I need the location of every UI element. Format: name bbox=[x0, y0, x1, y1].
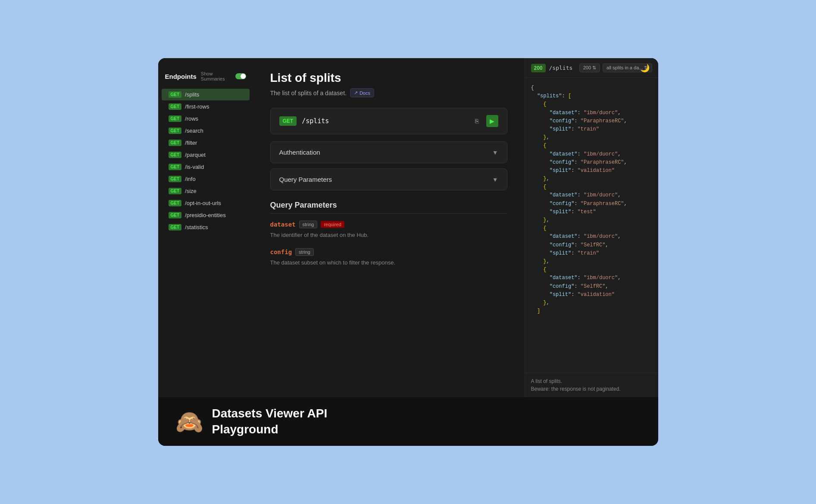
sidebar-title: Endpoints bbox=[165, 73, 197, 80]
sidebar-item-splits[interactable]: GET /splits bbox=[162, 89, 250, 100]
sidebar-item-presidio-entities[interactable]: GET /presidio-entities bbox=[162, 209, 250, 221]
param-name-dataset: dataset bbox=[270, 221, 296, 228]
get-badge: GET bbox=[169, 128, 182, 134]
endpoint-path: /search bbox=[185, 128, 203, 134]
endpoint-path: /splits bbox=[185, 91, 199, 98]
param-type-dataset: string bbox=[299, 221, 318, 228]
query-parameters-section: Query Parameters dataset string required… bbox=[270, 201, 507, 267]
get-badge: GET bbox=[169, 212, 182, 218]
query-parameters-label: Query Parameters bbox=[279, 176, 332, 183]
query-parameters-section-title: Query Parameters bbox=[270, 201, 507, 214]
get-badge: GET bbox=[169, 140, 182, 146]
request-path: /splits bbox=[302, 117, 329, 125]
endpoint-path: /first-rows bbox=[185, 103, 209, 110]
response-path: /splits bbox=[549, 65, 573, 71]
main-layout: Endpoints Show Summaries GET /splits GET… bbox=[158, 58, 658, 397]
emoji-logo: 🙈 bbox=[175, 411, 203, 433]
authentication-label: Authentication bbox=[279, 149, 320, 156]
endpoint-path: /rows bbox=[185, 115, 198, 122]
sidebar-item-statistics[interactable]: GET /statistics bbox=[162, 221, 250, 233]
bottom-banner: 🙈 Datasets Viewer API Playground bbox=[158, 397, 658, 446]
endpoint-path: /statistics bbox=[185, 224, 208, 230]
show-summaries-label: Show Summaries bbox=[201, 71, 233, 81]
param-required-badge: required bbox=[321, 221, 344, 228]
param-block-dataset: dataset string required The identifier o… bbox=[270, 221, 507, 240]
param-block-config: config string The dataset subset on whic… bbox=[270, 248, 507, 267]
code-panel: { "splits": [ { "dataset": "ibm/duorc", … bbox=[525, 78, 658, 373]
query-parameters-accordion-header[interactable]: Query Parameters ▼ bbox=[271, 169, 507, 190]
param-name-config: config bbox=[270, 249, 292, 255]
sidebar-item-opt-in-out-urls[interactable]: GET /opt-in-out-urls bbox=[162, 197, 250, 209]
chevron-down-icon: ▼ bbox=[492, 176, 498, 183]
page-subtitle: The list of splits of a dataset. ↗ Docs bbox=[270, 88, 507, 97]
docs-icon: ↗ bbox=[354, 90, 358, 96]
param-header-config: config string bbox=[270, 248, 507, 256]
get-badge: GET bbox=[169, 188, 182, 194]
get-badge: GET bbox=[169, 176, 182, 182]
show-summaries: Show Summaries bbox=[201, 71, 246, 81]
show-summaries-toggle[interactable] bbox=[235, 73, 246, 79]
response-footer: A list of splits. Beware: the response i… bbox=[525, 373, 658, 397]
copy-button[interactable]: ⎘ bbox=[471, 115, 483, 127]
authentication-accordion-header[interactable]: Authentication ▼ bbox=[271, 142, 507, 163]
request-method-badge: GET bbox=[279, 116, 297, 126]
get-badge: GET bbox=[169, 152, 182, 158]
get-badge: GET bbox=[169, 164, 182, 170]
banner-text-block: Datasets Viewer API Playground bbox=[212, 406, 328, 437]
footer-line-2: Beware: the response is not paginated. bbox=[531, 385, 652, 393]
endpoint-path: /filter bbox=[185, 140, 197, 146]
run-button[interactable]: ▶ bbox=[486, 115, 498, 127]
sidebar-item-first-rows[interactable]: GET /first-rows bbox=[162, 101, 250, 112]
sidebar-item-search[interactable]: GET /search bbox=[162, 125, 250, 137]
param-type-config: string bbox=[295, 248, 314, 256]
get-badge: GET bbox=[169, 103, 182, 110]
endpoint-path: /info bbox=[185, 176, 196, 182]
sidebar-item-info[interactable]: GET /info bbox=[162, 173, 250, 185]
status-badge: 200 bbox=[531, 64, 546, 72]
footer-line-1: A list of splits. bbox=[531, 377, 652, 385]
banner-title-line1: Datasets Viewer API bbox=[212, 406, 328, 421]
param-header-dataset: dataset string required bbox=[270, 221, 507, 228]
docs-badge[interactable]: ↗ Docs bbox=[350, 88, 374, 97]
sidebar-item-parquet[interactable]: GET /parquet bbox=[162, 149, 250, 161]
request-bar: GET /splits ⎘ ▶ bbox=[270, 108, 507, 134]
subtitle-text: The list of splits of a dataset. bbox=[270, 90, 347, 96]
chevron-down-icon: ▼ bbox=[492, 149, 498, 156]
get-badge: GET bbox=[169, 115, 182, 122]
endpoint-path: /presidio-entities bbox=[185, 212, 226, 218]
main-content: List of splits The list of splits of a d… bbox=[253, 58, 525, 397]
param-desc-config: The dataset subset on which to filter th… bbox=[270, 258, 507, 267]
sidebar-item-is-valid[interactable]: GET /is-valid bbox=[162, 161, 250, 173]
moon-icon[interactable]: 🌙 bbox=[640, 63, 650, 73]
authentication-accordion: Authentication ▼ bbox=[270, 141, 507, 163]
param-desc-dataset: The identifier of the dataset on the Hub… bbox=[270, 231, 507, 240]
get-badge: GET bbox=[169, 224, 182, 230]
right-panel: 200 /splits 200 ⇅ all splits in a da... … bbox=[525, 58, 658, 397]
get-badge: GET bbox=[169, 91, 182, 98]
sidebar-item-size[interactable]: GET /size bbox=[162, 185, 250, 197]
endpoint-path: /is-valid bbox=[185, 164, 204, 170]
endpoint-path: /size bbox=[185, 188, 197, 194]
docs-label: Docs bbox=[360, 90, 370, 96]
sidebar: Endpoints Show Summaries GET /splits GET… bbox=[158, 58, 253, 397]
request-left: GET /splits bbox=[279, 116, 329, 126]
sidebar-item-filter[interactable]: GET /filter bbox=[162, 137, 250, 149]
page-title: List of splits bbox=[270, 71, 507, 85]
query-parameters-accordion: Query Parameters ▼ bbox=[270, 168, 507, 190]
endpoint-path: /parquet bbox=[185, 152, 206, 158]
sidebar-item-rows[interactable]: GET /rows bbox=[162, 113, 250, 124]
request-actions: ⎘ ▶ bbox=[471, 115, 498, 127]
top-bar: 🌙 bbox=[632, 58, 658, 78]
banner-title-line2: Playground bbox=[212, 422, 328, 437]
response-status-selector[interactable]: 200 ⇅ bbox=[579, 63, 600, 72]
endpoint-path: /opt-in-out-urls bbox=[185, 200, 221, 206]
get-badge: GET bbox=[169, 200, 182, 206]
app-window: 🌙 Endpoints Show Summaries GET /splits G… bbox=[158, 58, 658, 446]
sidebar-header: Endpoints Show Summaries bbox=[158, 71, 253, 88]
